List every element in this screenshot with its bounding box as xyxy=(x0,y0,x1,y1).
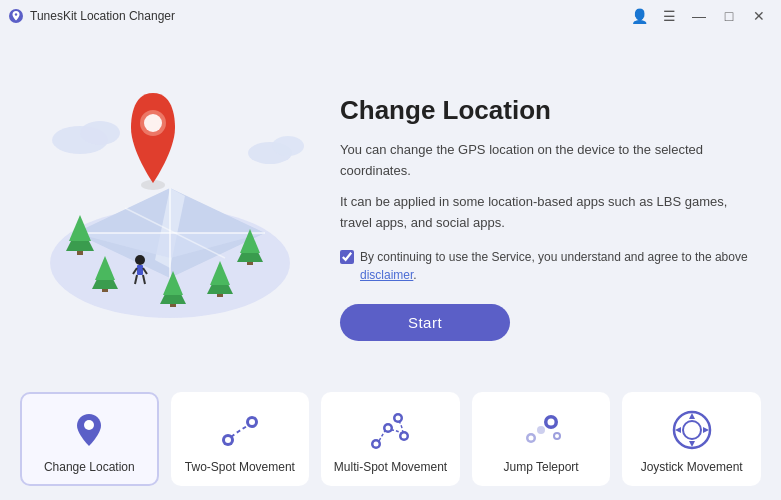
card-two-spot[interactable]: Two-Spot Movement xyxy=(171,392,310,486)
minimize-button[interactable]: — xyxy=(685,5,713,27)
terms-text-before: By continuing to use the Service, you un… xyxy=(360,250,748,264)
info-panel: Change Location You can change the GPS l… xyxy=(340,85,761,340)
svg-point-54 xyxy=(537,426,545,434)
disclaimer-link[interactable]: disclaimer xyxy=(360,268,413,282)
app-icon xyxy=(8,8,24,24)
card-jump-teleport[interactable]: Jump Teleport xyxy=(472,392,611,486)
svg-point-43 xyxy=(374,442,379,447)
svg-point-49 xyxy=(396,416,401,421)
svg-marker-62 xyxy=(703,427,709,433)
svg-marker-60 xyxy=(689,441,695,447)
card-joystick-label: Joystick Movement xyxy=(641,460,743,474)
multi-spot-icon xyxy=(368,408,412,452)
svg-rect-29 xyxy=(137,265,143,275)
svg-point-36 xyxy=(144,114,162,132)
map-illustration xyxy=(25,78,315,348)
account-button[interactable]: 👤 xyxy=(625,5,653,27)
svg-point-56 xyxy=(555,434,559,438)
two-spot-icon xyxy=(218,408,262,452)
jump-teleport-icon xyxy=(519,408,563,452)
svg-marker-61 xyxy=(675,427,681,433)
svg-point-47 xyxy=(402,434,407,439)
card-change-location[interactable]: Change Location xyxy=(20,392,159,486)
feature-desc1: You can change the GPS location on the d… xyxy=(340,140,761,182)
terms-row: By continuing to use the Service, you un… xyxy=(340,248,761,284)
illustration-area xyxy=(20,73,320,353)
joystick-icon xyxy=(670,408,714,452)
card-multi-spot-label: Multi-Spot Movement xyxy=(334,460,447,474)
svg-point-6 xyxy=(272,136,304,156)
svg-point-53 xyxy=(548,419,555,426)
svg-point-39 xyxy=(225,437,231,443)
svg-point-58 xyxy=(683,421,701,439)
main-content: Change Location You can change the GPS l… xyxy=(0,32,781,500)
title-bar-left: TunesKit Location Changer xyxy=(8,8,175,24)
bottom-cards: Change Location Two-Spot Movement xyxy=(20,384,761,490)
feature-desc2: It can be applied in some location-based… xyxy=(340,192,761,234)
svg-point-37 xyxy=(84,420,94,430)
card-jump-label: Jump Teleport xyxy=(504,460,579,474)
maximize-button[interactable]: □ xyxy=(715,5,743,27)
card-change-location-label: Change Location xyxy=(44,460,135,474)
terms-checkbox[interactable] xyxy=(340,250,354,264)
terms-text: By continuing to use the Service, you un… xyxy=(360,248,761,284)
title-bar-controls: 👤 ☰ — □ ✕ xyxy=(625,5,773,27)
svg-marker-59 xyxy=(689,413,695,419)
app-title: TunesKit Location Changer xyxy=(30,9,175,23)
change-location-icon xyxy=(67,408,111,452)
close-button[interactable]: ✕ xyxy=(745,5,773,27)
terms-text-after: . xyxy=(413,268,416,282)
svg-point-1 xyxy=(15,13,17,15)
svg-point-41 xyxy=(249,419,255,425)
card-two-spot-label: Two-Spot Movement xyxy=(185,460,295,474)
card-joystick[interactable]: Joystick Movement xyxy=(622,392,761,486)
svg-point-51 xyxy=(529,436,534,441)
svg-point-28 xyxy=(135,255,145,265)
feature-title: Change Location xyxy=(340,95,761,126)
card-multi-spot[interactable]: Multi-Spot Movement xyxy=(321,392,460,486)
svg-point-45 xyxy=(386,426,391,431)
top-section: Change Location You can change the GPS l… xyxy=(20,42,761,384)
menu-button[interactable]: ☰ xyxy=(655,5,683,27)
title-bar: TunesKit Location Changer 👤 ☰ — □ ✕ xyxy=(0,0,781,32)
start-button[interactable]: Start xyxy=(340,304,510,341)
svg-point-4 xyxy=(80,121,120,145)
